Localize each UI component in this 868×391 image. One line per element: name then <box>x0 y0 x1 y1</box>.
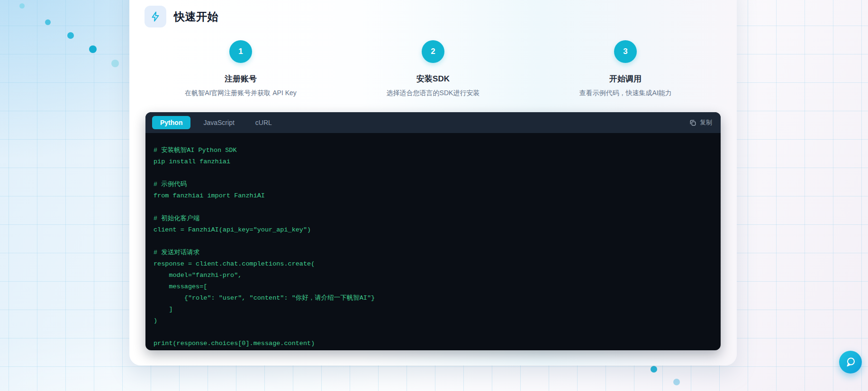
card-header: 快速开始 <box>145 6 722 27</box>
decor-dot <box>45 19 51 25</box>
code-panel: Python JavaScript cURL 复制 # 安装帆智AI Pytho… <box>145 112 721 350</box>
step-number-badge: 1 <box>229 40 252 63</box>
step-title: 开始调用 <box>529 73 722 84</box>
chat-fab-button[interactable] <box>839 351 862 373</box>
step-number-badge: 2 <box>422 40 444 63</box>
decor-dot <box>111 60 119 67</box>
copy-label: 复制 <box>700 118 712 127</box>
step-title: 注册账号 <box>145 73 337 84</box>
code-content: # 安装帆智AI Python SDK pip install fanzhiai… <box>145 133 721 349</box>
decor-dot <box>673 379 680 385</box>
decor-dot <box>67 32 74 39</box>
step-item-install-sdk: 2 安装SDK 选择适合您语言的SDK进行安装 <box>337 40 529 98</box>
step-item-register: 1 注册账号 在帆智AI官网注册账号并获取 API Key <box>145 40 337 98</box>
steps-row: 1 注册账号 在帆智AI官网注册账号并获取 API Key 2 安装SDK 选择… <box>145 40 722 98</box>
step-title: 安装SDK <box>337 73 529 84</box>
decor-dot <box>89 45 97 53</box>
decor-dot <box>651 366 657 373</box>
tab-python[interactable]: Python <box>152 116 190 130</box>
chat-bubble-icon <box>844 356 857 368</box>
step-item-start-call: 3 开始调用 查看示例代码，快速集成AI能力 <box>529 40 722 98</box>
copy-button[interactable]: 复制 <box>689 118 712 127</box>
page-title: 快速开始 <box>174 9 218 24</box>
tab-curl[interactable]: cURL <box>247 116 280 130</box>
code-panel-header: Python JavaScript cURL 复制 <box>145 112 721 133</box>
tab-javascript[interactable]: JavaScript <box>195 116 242 130</box>
step-number-badge: 3 <box>614 40 637 63</box>
quick-start-card: 快速开始 1 注册账号 在帆智AI官网注册账号并获取 API Key 2 安装S… <box>129 0 737 365</box>
decor-dot <box>19 3 25 9</box>
step-description: 在帆智AI官网注册账号并获取 API Key <box>145 89 337 98</box>
lightning-icon <box>145 6 166 27</box>
step-description: 查看示例代码，快速集成AI能力 <box>529 89 722 98</box>
copy-icon <box>689 119 696 126</box>
step-description: 选择适合您语言的SDK进行安装 <box>337 89 529 98</box>
